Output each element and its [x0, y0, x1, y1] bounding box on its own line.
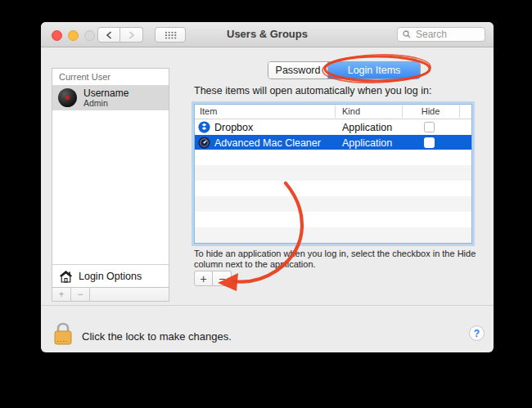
lock-message: Click the lock to make changes.	[82, 330, 232, 343]
users-groups-window: Users & Groups Password Login Items Curr…	[41, 22, 494, 352]
sidebar-add-user-button: +	[52, 288, 71, 301]
sidebar-footer: + −	[52, 288, 169, 302]
grid-icon	[165, 31, 177, 39]
add-login-item-button[interactable]: +	[194, 271, 213, 286]
chevron-left-icon	[106, 31, 112, 39]
bottom-divider	[41, 305, 494, 306]
login-items-table: Item Kind Hide Dropbox Application	[194, 104, 472, 244]
column-header-kind[interactable]: Kind	[342, 106, 360, 116]
remove-login-item-button[interactable]: −	[213, 271, 232, 286]
show-all-button[interactable]	[155, 27, 186, 43]
user-role: Admin	[83, 98, 128, 108]
hide-checkbox-dropbox[interactable]	[424, 122, 435, 132]
tab-login-items[interactable]: Login Items	[328, 62, 420, 78]
minimize-button[interactable]	[68, 30, 79, 41]
column-divider	[459, 105, 460, 118]
table-row-advanced-mac-cleaner[interactable]: Advanced Mac Cleaner Application	[195, 135, 471, 150]
search-input[interactable]	[414, 28, 483, 41]
sidebar-remove-user-button: −	[71, 288, 90, 301]
home-icon	[59, 270, 73, 283]
login-options-label: Login Options	[79, 271, 142, 282]
hide-hint-text: To hide an application when you log in, …	[194, 249, 476, 270]
chevron-right-icon	[128, 31, 135, 39]
column-divider	[402, 105, 403, 118]
table-header: Item Kind Hide	[195, 105, 471, 119]
zoom-button	[84, 30, 95, 41]
titlebar: Users & Groups	[41, 22, 494, 47]
item-name: Dropbox	[214, 122, 253, 133]
column-header-item[interactable]: Item	[200, 106, 217, 116]
login-items-heading: These items will open automatically when…	[194, 85, 431, 96]
column-divider	[335, 105, 336, 118]
login-items-actions: + −	[194, 271, 232, 286]
tab-bar: Password Login Items	[268, 61, 421, 79]
item-kind: Application	[342, 122, 392, 133]
sidebar-item-login-options[interactable]: Login Options	[52, 264, 169, 287]
sidebar-section-header: Current User	[52, 69, 169, 85]
search-field[interactable]	[397, 27, 485, 42]
advanced-mac-cleaner-icon	[198, 137, 210, 149]
empty-rows	[195, 150, 471, 243]
user-name: Username	[83, 88, 128, 98]
item-kind: Application	[342, 137, 392, 149]
close-button[interactable]	[52, 30, 62, 41]
sidebar-item-current-user[interactable]: Username Admin	[52, 85, 169, 110]
column-header-hide[interactable]: Hide	[402, 106, 459, 116]
lock-button[interactable]	[52, 321, 74, 346]
hide-checkbox-advanced-mac-cleaner[interactable]	[424, 137, 435, 148]
back-button[interactable]	[97, 27, 120, 43]
user-list-sidebar: Current User Username Admin Login Option…	[52, 68, 169, 288]
item-name: Advanced Mac Cleaner	[214, 137, 321, 149]
forward-button	[120, 27, 143, 43]
table-row-dropbox[interactable]: Dropbox Application	[195, 119, 471, 135]
tab-password[interactable]: Password	[268, 62, 328, 78]
lock-icon	[52, 321, 74, 346]
help-button[interactable]: ?	[469, 325, 485, 341]
dropbox-icon	[198, 121, 210, 133]
search-icon	[403, 30, 411, 38]
user-avatar	[58, 88, 77, 107]
